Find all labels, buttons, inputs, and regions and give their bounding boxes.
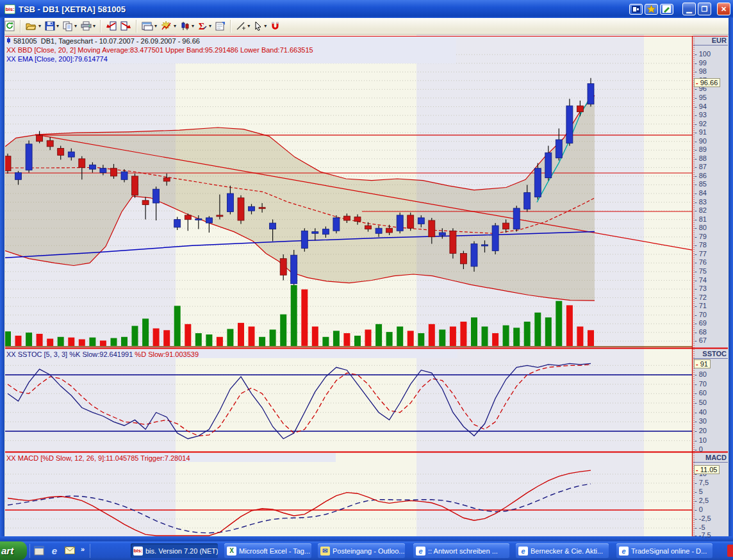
toolbar-study-button[interactable]: ▾: [178, 19, 196, 33]
toolbar-cursor-button[interactable]: ▾: [252, 19, 268, 33]
window-border-left: [0, 18, 4, 541]
minimize-button[interactable]: ▁: [682, 3, 696, 15]
price-tick-label: 81: [695, 215, 707, 223]
excel-icon: X: [227, 547, 236, 556]
open-dropdown-arrow[interactable]: ▾: [38, 23, 41, 29]
price-tick-label: 82: [695, 206, 707, 214]
price-tick-label: 76: [695, 258, 707, 266]
price-axis[interactable]: EUR SSTOC MACD 1009998979695949392919089…: [693, 35, 728, 536]
show-desktop-icon[interactable]: [33, 545, 45, 556]
cursor-dropdown-arrow[interactable]: ▾: [264, 23, 267, 29]
internet-explorer-icon: e: [518, 547, 528, 556]
quicklaunch-separator: [29, 544, 31, 557]
line-tool-icon: [236, 21, 246, 31]
print-dropdown-arrow[interactable]: ▾: [93, 23, 95, 29]
formula-dropdown-arrow[interactable]: ▾: [209, 23, 211, 29]
favorites-button[interactable]: [645, 4, 658, 15]
price-tick-label: 80: [695, 224, 707, 231]
macd-tick-label: 7,5: [695, 479, 709, 486]
taskbar-button-label: bis. Version 7.20 (NET): [145, 547, 218, 555]
axis-title: SSTOC: [702, 350, 727, 358]
bollinger-header[interactable]: XX BBD [Close, 20, 2] Moving Average:83.…: [6, 46, 313, 54]
window-title: TSB - DB1 [XETRA] 581005: [19, 4, 629, 14]
panel-layout-button[interactable]: [629, 4, 643, 15]
toolbar-save-button[interactable]: ▾: [43, 19, 61, 33]
price-tick-label: 74: [695, 276, 707, 284]
bis-icon: bis:: [133, 547, 143, 556]
mail-icon[interactable]: [64, 545, 76, 556]
indicator-dropdown-arrow[interactable]: ▾: [174, 23, 176, 29]
price-tick-label: 88: [695, 154, 707, 162]
macd-header[interactable]: XX MACD [%D Slow, 12, 26, 9]:11.045785 T…: [6, 454, 190, 462]
price-tick-label: 72: [695, 293, 707, 301]
macd-tick-label: -7,5: [695, 531, 711, 539]
toolbar-print-button[interactable]: ▾: [79, 19, 97, 33]
taskbar-button-label: TradeSignal online - D...: [631, 547, 707, 555]
taskbar-button-1[interactable]: bis:bis. Version 7.20 (NET): [131, 543, 218, 558]
toolbar-magnet-button[interactable]: [268, 19, 282, 33]
price-tick-label: 68: [695, 328, 707, 336]
save-dropdown-arrow[interactable]: ▾: [56, 23, 59, 29]
toolbar-line-tool-button[interactable]: ▾: [234, 19, 252, 33]
start-button[interactable]: art: [0, 541, 27, 560]
taskbar-overflow-icon[interactable]: [727, 545, 733, 557]
open-icon: [26, 21, 37, 31]
chart-type-dropdown-arrow[interactable]: ▾: [154, 23, 157, 29]
app-icon: bis:: [4, 4, 15, 14]
taskbar-separator: [90, 544, 91, 557]
toolbar-chart-type-button[interactable]: ▾: [140, 19, 159, 33]
taskbar-button-4[interactable]: e:: Antwort schreiben ...: [413, 543, 509, 558]
taskbar-button-2[interactable]: XMicrosoft Excel - Tag...: [224, 543, 311, 558]
star-icon: [647, 5, 655, 13]
study-icon: [180, 21, 190, 31]
outlook-icon: ✉: [320, 547, 330, 556]
price-tick-label: 85: [695, 180, 707, 188]
toolbar-separator: [100, 20, 101, 33]
ema-header[interactable]: XX EMA [Close, 200]:79.614774: [6, 55, 108, 63]
nav-forward-icon: [120, 21, 131, 31]
pencil-icon: [663, 5, 671, 13]
toolbar-separator: [136, 20, 137, 33]
toolbar-open-button[interactable]: ▾: [24, 19, 43, 33]
taskbar-button-5[interactable]: eBernecker & Cie. Akti...: [516, 543, 609, 558]
main-toolbar: ▾▾▾▾▾▾▾Σ▾▾▾: [0, 18, 733, 35]
axis-title-rule: [693, 45, 728, 45]
print-icon: [81, 21, 92, 31]
application-window: bis: TSB - DB1 [XETRA] 581005 ▁ ❐ ✕ ▾▾▾▾…: [0, 0, 733, 560]
toolbar-copy-button[interactable]: ▾: [61, 19, 79, 33]
taskbar-button-6[interactable]: eTradeSignal online - D...: [616, 543, 712, 558]
title-bar[interactable]: bis: TSB - DB1 [XETRA] 581005 ▁ ❐ ✕: [0, 0, 733, 18]
price-tick-label: 87: [695, 163, 707, 170]
quicklaunch-overflow-chevron[interactable]: »: [81, 545, 85, 553]
toolbar-nav-forward-button[interactable]: [119, 19, 133, 33]
edit-link-button[interactable]: [660, 4, 673, 15]
macd-tick-label: -5: [695, 523, 705, 531]
chart-type-icon: [142, 21, 153, 31]
price-tick-label: 75: [695, 267, 707, 275]
price-tick-label: 79: [695, 233, 707, 240]
indicator-icon: [161, 21, 172, 31]
internet-explorer-icon[interactable]: e: [49, 545, 60, 556]
line-tool-dropdown-arrow[interactable]: ▾: [247, 23, 250, 29]
sstoc-tick-label: 50: [695, 399, 707, 406]
toolbar-formula-button[interactable]: Σ▾: [196, 19, 213, 33]
main-chart-header[interactable]: 581005 DB1, Tageschart - 10.07.2007 - 26…: [6, 37, 200, 45]
sstoc-tick-label: 80: [695, 370, 707, 378]
toolbar-separator: [230, 20, 231, 33]
sstoc-header[interactable]: XX SSTOC [5, 3, 3] %K Slow:92.641991 %D …: [6, 350, 199, 358]
axis-title-rule: [693, 462, 728, 463]
taskbar-button-label: Posteingang - Outloo...: [333, 547, 405, 555]
axis-title: EUR: [712, 37, 727, 44]
maximize-button[interactable]: ❐: [698, 3, 711, 15]
price-tick-label: 84: [695, 189, 707, 197]
taskbar-button-3[interactable]: ✉Posteingang - Outloo...: [318, 543, 405, 558]
toolbar-properties-button[interactable]: [213, 19, 227, 33]
close-button[interactable]: ✕: [717, 3, 730, 15]
toolbar-refresh-button[interactable]: [3, 19, 17, 33]
price-tick-label: 70: [695, 311, 707, 318]
taskbar-button-label: Microsoft Excel - Tag...: [239, 547, 310, 555]
toolbar-indicator-button[interactable]: ▾: [159, 19, 178, 33]
toolbar-nav-back-button[interactable]: [104, 19, 119, 33]
copy-dropdown-arrow[interactable]: ▾: [74, 23, 77, 29]
study-dropdown-arrow[interactable]: ▾: [192, 23, 194, 29]
